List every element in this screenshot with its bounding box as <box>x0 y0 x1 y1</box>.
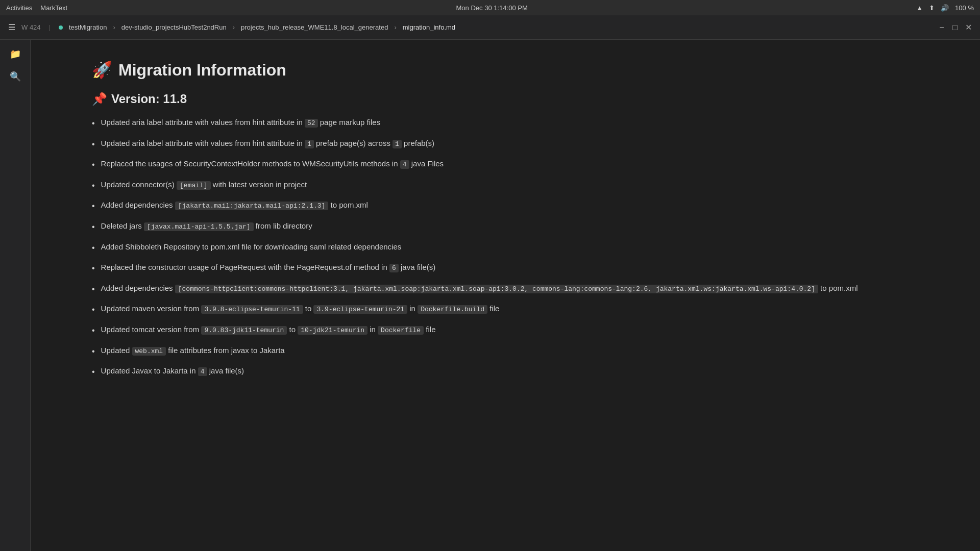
bullet-13-before: Updated Javax to Jakarta in <box>101 366 198 375</box>
list-item: Added Shibboleth Repository to pom.xml f… <box>92 241 919 255</box>
version-text: Version: 11.8 <box>111 92 187 106</box>
bullet-11-middle: to <box>289 325 298 334</box>
bullet-4-text: Updated connector(s) [email] with latest… <box>101 179 919 191</box>
bullet-13-after: java file(s) <box>209 366 244 375</box>
bullet-10-text: Updated maven version from 3.9.8-eclipse… <box>101 303 919 315</box>
bullet-6-after: from lib directory <box>256 221 312 230</box>
title-bar: ☰ W 424 | testMigration › dev-studio_pro… <box>0 15 980 40</box>
bullet-2-code1: 1 <box>305 140 314 148</box>
bullet-7-text: Added Shibboleth Repository to pom.xml f… <box>101 241 919 253</box>
bullet-3-before: Replaced the usages of SecurityContextHo… <box>101 159 400 168</box>
main-content: 🚀 Migration Information 📌 Version: 11.8 … <box>31 40 980 551</box>
window-controls: − □ ✕ <box>938 24 972 31</box>
document-version-heading: 📌 Version: 11.8 <box>92 92 919 106</box>
bullet-10-before: Updated maven version from <box>101 304 202 313</box>
sound-icon: 🔊 <box>941 4 949 12</box>
bullet-1-after: page markup files <box>320 118 380 127</box>
bullet-11-code1: 9.0.83-jdk11-temurin <box>201 326 287 335</box>
bullet-4-after: with latest version in project <box>213 180 307 189</box>
bullet-5-before: Added dependencies <box>101 201 175 209</box>
bullet-9-before: Added dependencies <box>101 284 175 292</box>
list-item: Updated aria label attribute with values… <box>92 116 919 130</box>
bullet-6-code1: [javax.mail-api-1.5.5.jar] <box>144 222 254 231</box>
bullet-10-middle2: in <box>409 304 418 313</box>
bullet-10-code2: 3.9-eclipse-temurin-21 <box>313 305 407 314</box>
bullet-5-after: to pom.xml <box>331 201 368 209</box>
breadcrumb-status-dot <box>59 26 63 30</box>
activities-button[interactable]: Activities <box>6 4 32 12</box>
network-icon: ▲ <box>916 4 923 12</box>
bullet-11-after: file <box>426 325 435 334</box>
list-item: Added dependencies [jakarta.mail:jakarta… <box>92 199 919 213</box>
system-bar: Activities MarkText Mon Dec 30 1:14:00 P… <box>0 0 980 15</box>
system-bar-left: Activities MarkText <box>6 4 67 12</box>
bullet-13-code1: 4 <box>198 367 207 376</box>
list-item: Replaced the constructor usage of PageRe… <box>92 261 919 275</box>
bullet-13-text: Updated Javax to Jakarta in 4 java file(… <box>101 365 919 378</box>
bullet-1-text: Updated aria label attribute with values… <box>101 116 919 129</box>
minimize-button[interactable]: − <box>938 24 945 31</box>
bullet-10-code3: Dockerfile.build <box>418 305 487 314</box>
battery-display: 100 % <box>955 4 974 12</box>
bullet-10-after: file <box>489 304 499 313</box>
bullet-5-text: Added dependencies [jakarta.mail:jakarta… <box>101 199 919 212</box>
bullet-8-text: Replaced the constructor usage of PageRe… <box>101 261 919 274</box>
bullet-12-before: Updated <box>101 346 132 355</box>
list-item: Deleted jars [javax.mail-api-1.5.5.jar] … <box>92 220 919 234</box>
bullet-11-middle2: in <box>370 325 378 334</box>
hamburger-icon[interactable]: ☰ <box>8 22 15 32</box>
bullet-list: Updated aria label attribute with values… <box>92 116 919 379</box>
bullet-11-text: Updated tomcat version from 9.0.83-jdk11… <box>101 323 919 336</box>
word-count: W 424 <box>21 23 41 31</box>
sidebar-icon-files[interactable]: 📁 <box>5 44 26 64</box>
list-item: Updated web.xml file attributes from jav… <box>92 344 919 358</box>
bullet-8-code1: 6 <box>389 264 399 272</box>
title-text: Migration Information <box>118 61 286 80</box>
list-item: Replaced the usages of SecurityContextHo… <box>92 158 919 171</box>
close-button[interactable]: ✕ <box>965 24 972 31</box>
system-bar-right: ▲ ⬆ 🔊 100 % <box>916 4 974 12</box>
bullet-8-before: Replaced the constructor usage of PageRe… <box>101 263 389 271</box>
title-bar-left: ☰ W 424 | testMigration › dev-studio_pro… <box>8 22 455 32</box>
version-pin-icon: 📌 <box>92 92 107 106</box>
bullet-6-text: Deleted jars [javax.mail-api-1.5.5.jar] … <box>101 220 919 233</box>
breadcrumb-migration-info[interactable]: migration_info.md <box>403 23 455 31</box>
bullet-10-middle: to <box>305 304 314 313</box>
list-item: Updated aria label attribute with values… <box>92 137 919 151</box>
bullet-11-code3: Dockerfile <box>378 326 424 335</box>
bullet-2-text: Updated aria label attribute with values… <box>101 137 919 150</box>
bullet-10-code1: 3.9.8-eclipse-temurin-11 <box>201 305 303 314</box>
breadcrumb-sep-1: › <box>113 23 115 31</box>
sidebar-icon-search[interactable]: 🔍 <box>5 66 26 87</box>
datetime-display: Mon Dec 30 1:14:00 PM <box>456 4 528 12</box>
bullet-11-before: Updated tomcat version from <box>101 325 202 334</box>
bullet-5-code1: [jakarta.mail:jakarta.mail-api:2.1.3] <box>175 202 329 210</box>
marktext-app-menu[interactable]: MarkText <box>40 4 67 12</box>
bullet-6-before: Deleted jars <box>101 221 144 230</box>
title-bar-right: − □ ✕ <box>938 24 972 31</box>
maximize-button[interactable]: □ <box>951 24 959 31</box>
bullet-3-after: java Files <box>411 159 444 168</box>
breadcrumb-test-migration[interactable]: testMigration <box>69 23 107 31</box>
bullet-9-after: to pom.xml <box>820 284 857 292</box>
list-item: Updated connector(s) [email] with latest… <box>92 179 919 192</box>
system-bar-center: Mon Dec 30 1:14:00 PM <box>456 4 528 12</box>
list-item: Updated Javax to Jakarta in 4 java file(… <box>92 365 919 379</box>
breadcrumb-dev-studio[interactable]: dev-studio_projectsHubTest2ndRun <box>121 23 227 31</box>
list-item: Updated maven version from 3.9.8-eclipse… <box>92 303 919 316</box>
title-rocket-icon: 🚀 <box>92 60 112 80</box>
bullet-3-text: Replaced the usages of SecurityContextHo… <box>101 158 919 170</box>
document-title: 🚀 Migration Information <box>92 60 919 80</box>
bullet-3-code1: 4 <box>400 160 409 169</box>
bullet-4-code1: [email] <box>177 181 211 190</box>
breadcrumb-sep-2: › <box>233 23 235 31</box>
bullet-2-middle: prefab page(s) across <box>316 139 393 147</box>
bullet-1-before: Updated aria label attribute with values… <box>101 118 305 127</box>
bullet-12-after: file attributes from javax to Jakarta <box>168 346 284 355</box>
bullet-4-before: Updated connector(s) <box>101 180 177 189</box>
bullet-2-before: Updated aria label attribute with values… <box>101 139 305 147</box>
bullet-12-code1: web.xml <box>132 347 166 356</box>
bullet-9-code1: [commons-httpclient:commons-httpclient:3… <box>175 285 818 293</box>
breadcrumb-projects-hub[interactable]: projects_hub_release_WME11.8_local_gener… <box>241 23 388 31</box>
list-item: Added dependencies [commons-httpclient:c… <box>92 282 919 296</box>
